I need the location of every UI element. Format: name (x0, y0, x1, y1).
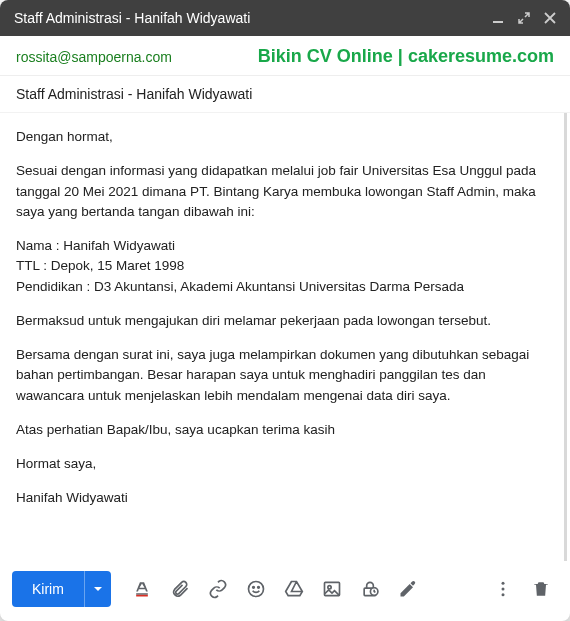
emoji-icon[interactable] (239, 572, 273, 606)
confidential-icon[interactable] (353, 572, 387, 606)
recipient-chip[interactable]: rossita@sampoerna.com (16, 49, 172, 65)
pen-icon[interactable] (391, 572, 425, 606)
email-body[interactable]: Dengan hormat, Sesuai dengan informasi y… (0, 113, 567, 561)
photo-icon[interactable] (315, 572, 349, 606)
subject-field[interactable]: Staff Administrasi - Hanifah Widyawati (0, 76, 570, 113)
delete-icon[interactable] (524, 572, 558, 606)
body-paragraph: Bermaksud untuk mengajukan diri melamar … (16, 311, 548, 331)
more-options-icon[interactable] (486, 572, 520, 606)
promo-overlay: Bikin CV Online | cakeresume.com (258, 46, 554, 67)
minimize-icon[interactable] (492, 12, 504, 24)
compose-window: Staff Administrasi - Hanifah Widyawati r… (0, 0, 570, 621)
send-button-group: Kirim (12, 571, 111, 607)
body-line: Nama : Hanifah Widyawati (16, 238, 175, 253)
body-line: TTL : Depok, 15 Maret 1998 (16, 258, 184, 273)
body-paragraph: Sesuai dengan informasi yang didapatkan … (16, 161, 548, 222)
body-paragraph: Atas perhatian Bapak/Ibu, saya ucapkan t… (16, 420, 548, 440)
titlebar: Staff Administrasi - Hanifah Widyawati (0, 0, 570, 36)
svg-point-6 (328, 586, 331, 589)
drive-icon[interactable] (277, 572, 311, 606)
svg-rect-1 (136, 595, 148, 597)
window-title: Staff Administrasi - Hanifah Widyawati (14, 10, 250, 26)
send-more-button[interactable] (84, 571, 111, 607)
svg-point-11 (502, 593, 505, 596)
body-paragraph: Nama : Hanifah Widyawati TTL : Depok, 15… (16, 236, 548, 297)
body-paragraph: Hormat saya, (16, 454, 548, 474)
recipient-row[interactable]: rossita@sampoerna.com Bikin CV Online | … (0, 36, 570, 76)
expand-icon[interactable] (518, 12, 530, 24)
send-button[interactable]: Kirim (12, 571, 84, 607)
svg-rect-0 (493, 21, 503, 23)
svg-point-4 (258, 587, 260, 589)
text-format-icon[interactable] (125, 572, 159, 606)
close-icon[interactable] (544, 12, 556, 24)
svg-point-3 (253, 587, 255, 589)
attach-icon[interactable] (163, 572, 197, 606)
svg-point-10 (502, 588, 505, 591)
body-paragraph: Dengan hormat, (16, 127, 548, 147)
svg-point-9 (502, 582, 505, 585)
body-paragraph: Bersama dengan surat ini, saya juga mela… (16, 345, 548, 406)
body-line: Pendidikan : D3 Akuntansi, Akademi Akunt… (16, 279, 464, 294)
body-paragraph: Hanifah Widyawati (16, 488, 548, 508)
svg-point-2 (248, 582, 263, 597)
compose-toolbar: Kirim (0, 561, 570, 621)
titlebar-controls (492, 12, 556, 24)
link-icon[interactable] (201, 572, 235, 606)
